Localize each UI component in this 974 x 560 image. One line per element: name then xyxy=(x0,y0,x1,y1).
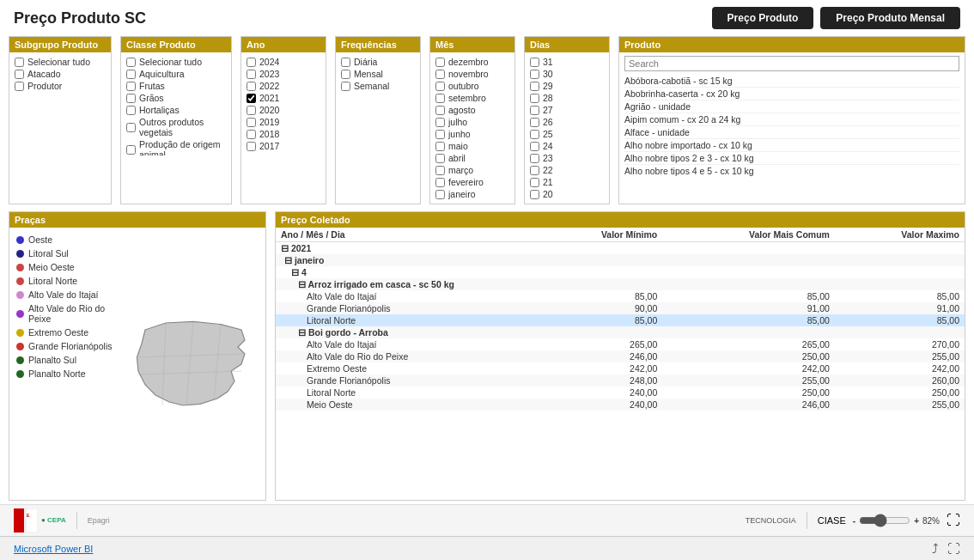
ano-item-4[interactable]: 2020 xyxy=(247,104,320,116)
table-row-location[interactable]: Alto Vale do Itajaí xyxy=(276,290,537,302)
produto-item-2[interactable]: Agrião - unidade xyxy=(624,100,959,113)
produto-item-0[interactable]: Abóbora-cabotiã - sc 15 kg xyxy=(624,75,959,88)
subgrupo-item-1[interactable]: Atacado xyxy=(15,68,106,80)
mes-item-8[interactable]: abril xyxy=(435,152,509,164)
ano-item-0[interactable]: 2024 xyxy=(247,56,320,68)
ano-item-2[interactable]: 2022 xyxy=(247,80,320,92)
mes-item-11[interactable]: janeiro xyxy=(435,188,509,200)
dia-cb-9[interactable] xyxy=(530,166,539,175)
dia-item-1[interactable]: 30 xyxy=(530,68,604,80)
mes-cb-7[interactable] xyxy=(435,142,445,151)
table-row-location[interactable]: Alto Vale do Itajaí xyxy=(276,338,537,350)
produto-item-1[interactable]: Abobrinha-caserta - cx 20 kg xyxy=(624,88,959,100)
ano-checkbox-4[interactable] xyxy=(247,106,256,115)
subgrupo-checkbox-0[interactable] xyxy=(15,58,24,67)
dia-item-5[interactable]: 26 xyxy=(530,116,604,128)
search-input[interactable] xyxy=(624,56,959,71)
ano-checkbox-6[interactable] xyxy=(247,130,256,139)
table-row-location[interactable]: Extremo Oeste xyxy=(276,362,537,374)
zoom-plus[interactable]: + xyxy=(914,516,919,526)
freq-item-2[interactable]: Semanal xyxy=(341,80,415,92)
dia-cb-2[interactable] xyxy=(530,82,539,91)
produto-item-6[interactable]: Alho nobre tipos 2 e 3 - cx 10 kg xyxy=(624,152,959,165)
classe-checkbox-1[interactable] xyxy=(126,70,136,79)
dia-cb-8[interactable] xyxy=(530,154,539,163)
mes-item-7[interactable]: maio xyxy=(435,140,509,152)
freq-checkbox-2[interactable] xyxy=(341,82,350,91)
dia-cb-6[interactable] xyxy=(530,130,539,139)
classe-item-4[interactable]: Hortaliças xyxy=(126,104,226,116)
zoom-slider[interactable] xyxy=(859,514,910,527)
dia-item-8[interactable]: 23 xyxy=(530,152,604,164)
powerbi-link[interactable]: Microsoft Power BI xyxy=(14,544,93,554)
zoom-minus[interactable]: - xyxy=(853,516,855,526)
classe-checkbox-0[interactable] xyxy=(126,58,136,67)
mes-cb-4[interactable] xyxy=(435,106,445,115)
classe-checkbox-4[interactable] xyxy=(126,106,136,115)
ano-checkbox-3[interactable] xyxy=(247,94,256,103)
dia-item-10[interactable]: 21 xyxy=(530,176,604,188)
table-row-location[interactable]: Litoral Norte xyxy=(276,387,537,399)
mes-item-0[interactable]: dezembro xyxy=(435,56,509,68)
subgrupo-item-2[interactable]: Produtor xyxy=(15,80,106,92)
mes-cb-0[interactable] xyxy=(435,58,445,67)
classe-checkbox-3[interactable] xyxy=(126,94,136,103)
classe-item-1[interactable]: Aquicultura xyxy=(126,68,226,80)
praca-item-0[interactable]: Oeste xyxy=(16,233,114,247)
btn-preco-produto[interactable]: Preço Produto xyxy=(712,7,814,29)
dia-cb-1[interactable] xyxy=(530,70,539,79)
ano-item-7[interactable]: 2017 xyxy=(247,140,320,152)
mes-cb-1[interactable] xyxy=(435,70,445,79)
dia-cb-5[interactable] xyxy=(530,118,539,127)
praca-item-1[interactable]: Litoral Sul xyxy=(16,247,114,260)
freq-item-0[interactable]: Diária xyxy=(341,56,415,68)
dia-item-4[interactable]: 27 xyxy=(530,104,604,116)
praca-item-8[interactable]: Planalto Sul xyxy=(16,353,114,367)
ano-checkbox-1[interactable] xyxy=(247,70,256,79)
table-row-location[interactable]: Grande Florianópolis xyxy=(276,374,537,387)
dia-item-6[interactable]: 25 xyxy=(530,128,604,140)
table-row-location[interactable]: Alto Vale do Rio do Peixe xyxy=(276,350,537,362)
classe-item-6[interactable]: Produção de origem animal xyxy=(126,138,226,155)
dia-cb-10[interactable] xyxy=(530,178,539,187)
dia-cb-7[interactable] xyxy=(530,142,539,151)
table-row-location[interactable]: Litoral Norte xyxy=(276,314,537,326)
dia-item-3[interactable]: 28 xyxy=(530,92,604,104)
ano-checkbox-2[interactable] xyxy=(247,82,256,91)
praca-item-3[interactable]: Litoral Norte xyxy=(16,274,114,288)
mes-item-1[interactable]: novembro xyxy=(435,68,509,80)
dia-item-7[interactable]: 24 xyxy=(530,140,604,152)
freq-item-1[interactable]: Mensal xyxy=(341,68,415,80)
produto-item-3[interactable]: Aipim comum - cx 20 a 24 kg xyxy=(624,113,959,126)
ano-item-1[interactable]: 2023 xyxy=(247,68,320,80)
praca-item-6[interactable]: Extremo Oeste xyxy=(16,326,114,339)
dia-item-2[interactable]: 29 xyxy=(530,80,604,92)
subgrupo-checkbox-1[interactable] xyxy=(15,70,24,79)
mes-item-6[interactable]: junho xyxy=(435,128,509,140)
classe-checkbox-5[interactable] xyxy=(126,123,136,132)
mes-cb-3[interactable] xyxy=(435,94,445,103)
preco-table-wrap[interactable]: Ano / Mês / Dia Valor Mínimo Valor Mais … xyxy=(276,228,965,500)
dia-item-0[interactable]: 31 xyxy=(530,56,604,68)
dia-cb-0[interactable] xyxy=(530,58,539,67)
table-row-location[interactable]: Meio Oeste xyxy=(276,399,537,411)
classe-item-5[interactable]: Outros produtos vegetais xyxy=(126,116,226,138)
dia-cb-3[interactable] xyxy=(530,94,539,103)
mes-item-10[interactable]: fevereiro xyxy=(435,176,509,188)
mes-item-3[interactable]: setembro xyxy=(435,92,509,104)
dia-cb-11[interactable] xyxy=(530,190,539,199)
dia-item-11[interactable]: 20 xyxy=(530,188,604,200)
praca-item-4[interactable]: Alto Vale do Itajaí xyxy=(16,288,114,301)
ano-checkbox-0[interactable] xyxy=(247,58,256,67)
classe-item-0[interactable]: Selecionar tudo xyxy=(126,56,226,68)
produto-item-4[interactable]: Alface - unidade xyxy=(624,126,959,139)
produto-item-5[interactable]: Alho nobre importado - cx 10 kg xyxy=(624,139,959,152)
classe-item-3[interactable]: Grãos xyxy=(126,92,226,104)
freq-checkbox-1[interactable] xyxy=(341,70,350,79)
mes-item-2[interactable]: outubro xyxy=(435,80,509,92)
produto-item-7[interactable]: Alho nobre tipos 4 e 5 - cx 10 kg xyxy=(624,165,959,177)
mes-cb-9[interactable] xyxy=(435,166,445,175)
subgrupo-checkbox-2[interactable] xyxy=(15,82,24,91)
classe-item-2[interactable]: Frutas xyxy=(126,80,226,92)
dia-item-9[interactable]: 22 xyxy=(530,164,604,176)
